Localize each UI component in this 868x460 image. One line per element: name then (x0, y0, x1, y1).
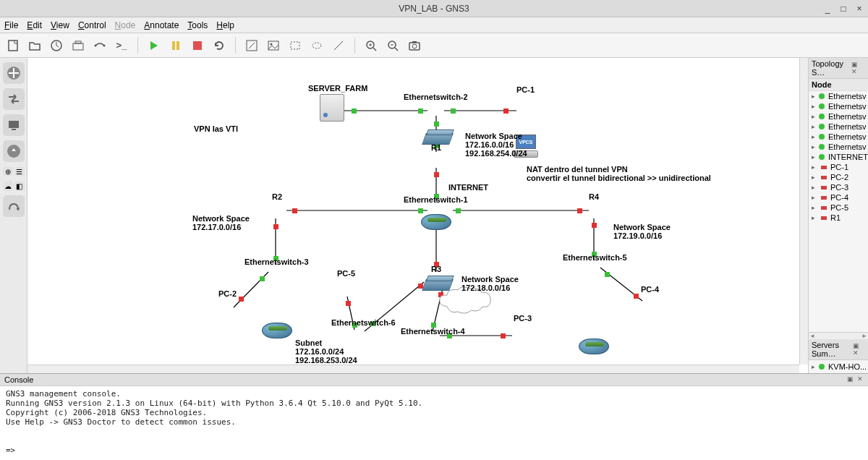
router-category-button[interactable] (3, 62, 25, 84)
zoom-out-button[interactable] (384, 37, 401, 54)
topology-node-item[interactable]: ▸Ethernetsv (809, 91, 868, 101)
menu-help[interactable]: Help (216, 20, 234, 30)
label-pc4: PC-4 (641, 285, 659, 294)
status-icon (818, 153, 825, 161)
svg-rect-49 (821, 206, 827, 210)
status-icon (820, 174, 827, 181)
add-link-button[interactable] (3, 195, 25, 217)
new-project-button[interactable] (4, 37, 22, 54)
expand-arrow-icon[interactable]: ▸ (812, 204, 817, 211)
servers-panel-header[interactable]: Servers Sum… ▣ ✕ (809, 339, 868, 360)
topology-node-column[interactable]: Node (809, 79, 868, 91)
save-project-button[interactable] (48, 37, 65, 54)
menu-view[interactable]: View (51, 20, 69, 30)
show-connections-button[interactable] (91, 37, 109, 54)
end-device-category-button[interactable] (3, 114, 25, 136)
topology-node-item[interactable]: ▸PC-4 (809, 192, 868, 203)
expand-arrow-icon[interactable]: ▸ (812, 143, 815, 150)
expand-arrow-icon[interactable]: ▸ (812, 93, 815, 100)
servers-list[interactable]: ▸ KVM-HO... (809, 360, 868, 373)
minimize-button[interactable]: _ (822, 4, 833, 14)
svg-rect-12 (291, 42, 299, 49)
topology-node-item[interactable]: ▸PC-1 (809, 162, 868, 172)
label-es1: Ethernetswitch-1 (404, 195, 468, 204)
all-devices-button[interactable]: ⊕ (3, 166, 13, 176)
annotate-ellipse-button[interactable] (308, 37, 326, 54)
open-project-button[interactable] (26, 37, 43, 54)
maximize-button[interactable]: □ (838, 4, 849, 14)
topology-node-item[interactable]: ▸PC-5 (809, 203, 868, 213)
status-icon (820, 194, 827, 201)
menu-file[interactable]: File (4, 20, 18, 30)
node-server-farm[interactable] (320, 94, 344, 122)
topology-node-item[interactable]: ▸Ethernetsv (809, 142, 868, 152)
topology-node-item[interactable]: ▸R1 (809, 213, 868, 223)
console-output[interactable]: GNS3 management console.Running GNS3 ver… (0, 386, 868, 460)
link-status-dot (260, 276, 265, 281)
topology-node-list[interactable]: ▸Ethernetsv▸Ethernetsv▸Ethernetsv▸Ethern… (809, 91, 868, 332)
switch-category-button[interactable] (3, 88, 25, 110)
menu-annotate[interactable]: Annotate (144, 20, 179, 30)
node-label: INTERNET (828, 153, 868, 161)
expand-arrow-icon[interactable]: ▸ (812, 153, 815, 161)
start-all-button[interactable] (145, 37, 163, 54)
expand-arrow-icon[interactable]: ▸ (812, 133, 815, 140)
panel-controls-icon[interactable]: ▣ ✕ (853, 342, 865, 357)
annotate-rect-button[interactable] (286, 37, 304, 54)
menu-tools[interactable]: Tools (187, 20, 208, 30)
node-label: PC-3 (830, 183, 848, 192)
node-r4[interactable] (579, 338, 609, 354)
topology-scrollbar[interactable] (809, 332, 868, 339)
menu-edit[interactable]: Edit (27, 20, 42, 30)
topology-panel-header[interactable]: Topology S… ▣ ✕ (809, 58, 868, 79)
expand-arrow-icon[interactable]: ▸ (812, 123, 815, 130)
topology-node-item[interactable]: ▸Ethernetsv (809, 122, 868, 132)
snapshot-button[interactable] (69, 37, 87, 54)
panel-controls-icon[interactable]: ▣ ✕ (851, 61, 865, 75)
topology-node-item[interactable]: ▸INTERNET (809, 152, 868, 162)
misc-category-button[interactable]: ◧ (14, 181, 25, 191)
close-button[interactable]: × (854, 4, 865, 14)
label-subnet-a: Subnet (295, 338, 322, 347)
reload-all-button[interactable] (210, 37, 228, 54)
topology-node-item[interactable]: ▸Ethernetsv (809, 101, 868, 111)
canvas-scrollbar-vertical[interactable] (799, 58, 808, 365)
browse-devices-button[interactable]: ☰ (14, 166, 25, 176)
expand-arrow-icon[interactable]: ▸ (812, 113, 815, 120)
expand-arrow-icon[interactable]: ▸ (812, 184, 817, 191)
link-status-dot (434, 172, 439, 177)
canvas-scrollbar-horizontal[interactable] (27, 365, 799, 373)
node-r2[interactable] (262, 323, 292, 338)
server-item[interactable]: ▸ KVM-HO... (809, 362, 868, 372)
zoom-in-button[interactable] (362, 37, 380, 54)
panel-controls-icon[interactable]: ▣ ✕ (847, 375, 864, 384)
expand-arrow-icon[interactable]: ▸ (812, 214, 817, 221)
annotate-line-button[interactable] (330, 37, 347, 54)
expand-arrow-icon[interactable]: ▸ (812, 194, 817, 201)
topology-node-item[interactable]: ▸PC-3 (809, 182, 868, 192)
node-label: PC-1 (830, 163, 848, 171)
expand-arrow-icon[interactable]: ▸ (812, 103, 815, 110)
stop-all-button[interactable] (189, 37, 206, 54)
cloud-category-button[interactable]: ☁ (3, 181, 13, 191)
console-all-button[interactable]: >_ (113, 37, 130, 54)
pause-all-button[interactable] (167, 37, 184, 54)
topology-canvas[interactable]: VPCS VPCS VPCS VPCS VPCS SERVER_FARM Eth… (27, 58, 799, 365)
expand-arrow-icon[interactable]: ▸ (812, 174, 817, 181)
svg-rect-2 (73, 43, 83, 50)
screenshot-button[interactable] (406, 37, 423, 54)
expand-arrow-icon[interactable]: ▸ (812, 163, 817, 171)
annotate-note-button[interactable] (243, 37, 260, 54)
console-header[interactable]: Console ▣ ✕ (0, 374, 868, 386)
topology-node-item[interactable]: ▸PC-2 (809, 172, 868, 182)
topology-node-item[interactable]: ▸Ethernetsv (809, 111, 868, 122)
status-icon (820, 204, 827, 211)
node-r1[interactable] (421, 214, 451, 230)
expand-arrow-icon[interactable]: ▸ (812, 363, 815, 370)
link-status-dot (501, 333, 506, 338)
annotate-image-button[interactable] (265, 37, 282, 54)
security-category-button[interactable] (3, 140, 25, 162)
topology-node-item[interactable]: ▸Ethernetsv (809, 132, 868, 142)
menu-control[interactable]: Control (78, 20, 106, 30)
node-label: PC-4 (830, 193, 848, 202)
